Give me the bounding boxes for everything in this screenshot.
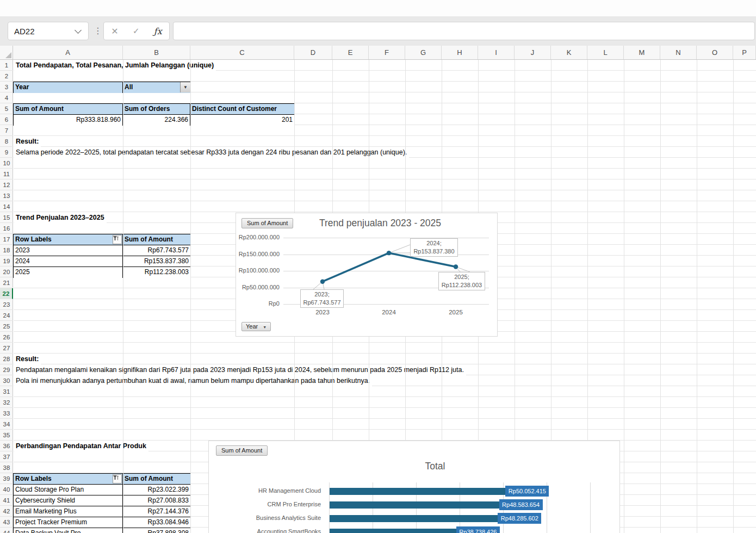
row-header-10[interactable]: 10 [0,158,13,169]
row-header-17[interactable]: 17 [0,234,13,245]
row-header-24[interactable]: 24 [0,310,13,321]
products-header-rowlabels[interactable]: Row Labels [14,474,123,485]
product-row-amount[interactable]: Rp33.084.946 [123,517,190,528]
row-header-40[interactable]: 40 [0,484,13,495]
row-header-37[interactable]: 37 [0,451,13,462]
row-header-14[interactable]: 14 [0,201,13,212]
row-header-22[interactable]: 22 [0,288,13,299]
result1-text[interactable]: Selama periode 2022–2025, total pendapat… [14,147,409,158]
row-header-27[interactable]: 27 [0,343,13,354]
row-header-21[interactable]: 21 [0,277,13,288]
trend-header-rowlabels[interactable]: Row Labels [14,234,123,245]
row-header-41[interactable]: 41 [0,495,13,506]
column-header-O[interactable]: O [697,46,733,59]
line-chart-trend[interactable]: Sum of AmountTrend penjualan 2023 - 2025… [236,213,498,337]
insert-function-icon[interactable]: ƒx [154,26,162,36]
result2-line1[interactable]: Pendapatan mengalami kenaikan signifikan… [14,364,466,375]
bar-chart-products[interactable]: Sum of AmountTotalHR Management CloudRp5… [208,441,620,533]
trend-row-label[interactable]: 2024 [14,256,123,267]
column-header-K[interactable]: K [551,46,587,59]
row-header-11[interactable]: 11 [0,169,13,179]
product-row-label[interactable]: Email Marketing Plus [14,506,123,517]
row-header-29[interactable]: 29 [0,364,13,375]
row-header-20[interactable]: 20 [0,266,13,277]
line-chart-axis-field-button[interactable]: Year ▼ [241,322,271,331]
trend-row-label[interactable]: 2025 [14,267,123,278]
row-header-35[interactable]: 35 [0,430,13,441]
cell-a1-title[interactable]: Total Pendapatan, Total Pesanan, Jumlah … [14,60,216,71]
row-header-6[interactable]: 6 [0,114,13,125]
column-header-N[interactable]: N [660,46,697,59]
filter-field-cell[interactable]: Year [14,82,123,93]
summary-header-customers[interactable]: Distinct Count of Customer [190,104,294,115]
product-row-amount[interactable]: Rp23.022.399 [123,485,190,495]
row-header-36[interactable]: 36 [0,441,13,451]
column-header-D[interactable]: D [294,46,332,59]
row-header-33[interactable]: 33 [0,408,13,419]
summary-header-orders[interactable]: Sum of Orders [123,104,190,115]
row-header-19[interactable]: 19 [0,256,13,266]
trend-row-amount[interactable]: Rp67.743.577 [123,245,190,256]
summary-header-amount[interactable]: Sum of Amount [14,104,123,115]
column-header-P[interactable]: P [733,46,756,59]
products-header-amount[interactable]: Sum of Amount [123,474,190,485]
product-row-label[interactable]: Data Backup Vault Pro [14,528,123,533]
product-row-amount[interactable]: Rp27.008.833 [123,495,190,506]
product-row-label[interactable]: Project Tracker Premium [14,517,123,528]
row-header-4[interactable]: 4 [0,92,13,103]
section2-title[interactable]: Trend Penjualan 2023–2025 [14,212,107,223]
trend-header-amount[interactable]: Sum of Amount [123,234,190,245]
select-all-corner[interactable] [0,46,13,59]
product-row-label[interactable]: Cloud Storage Pro Plan [14,485,123,495]
column-header-E[interactable]: E [332,46,369,59]
trend-row-amount[interactable]: Rp112.238.003 [123,267,190,278]
row-labels-filter-button[interactable] [113,474,122,484]
column-header-J[interactable]: J [515,46,551,59]
row-header-32[interactable]: 32 [0,397,13,408]
row-header-1[interactable]: 1 [0,60,13,71]
column-header-G[interactable]: G [405,46,442,59]
section3-title[interactable]: Perbandingan Pendapatan Antar Produk [14,441,148,451]
column-header-L[interactable]: L [587,46,624,59]
column-header-C[interactable]: C [190,46,294,59]
summary-value-amount[interactable]: Rp333.818.960 [14,115,123,126]
result1-label[interactable]: Result: [14,136,41,147]
name-box-value[interactable]: AD22 [8,27,76,36]
row-header-8[interactable]: 8 [0,136,13,147]
summary-value-orders[interactable]: 224.366 [123,115,190,126]
result2-label[interactable]: Result: [14,354,41,364]
row-header-18[interactable]: 18 [0,245,13,256]
row-header-26[interactable]: 26 [0,332,13,343]
row-header-23[interactable]: 23 [0,299,13,310]
row-header-5[interactable]: 5 [0,103,13,114]
row-header-30[interactable]: 30 [0,375,13,386]
row-header-31[interactable]: 31 [0,386,13,397]
enter-icon[interactable]: ✓ [133,26,140,36]
row-header-3[interactable]: 3 [0,82,13,92]
chevron-down-icon[interactable] [75,27,82,34]
product-row-label[interactable]: Cybersecurity Shield [14,495,123,506]
column-header-F[interactable]: F [369,46,405,59]
row-header-34[interactable]: 34 [0,419,13,430]
name-box[interactable]: AD22 [8,22,89,40]
row-header-25[interactable]: 25 [0,321,13,332]
summary-value-customers[interactable]: 201 [190,115,294,126]
filter-value-cell[interactable]: All ▼ [123,82,190,93]
row-header-2[interactable]: 2 [0,71,13,82]
column-header-I[interactable]: I [478,46,515,59]
row-header-42[interactable]: 42 [0,506,13,517]
column-header-M[interactable]: M [624,46,660,59]
column-header-B[interactable]: B [123,46,190,59]
filter-dropdown-button[interactable]: ▼ [180,82,190,92]
formula-input[interactable] [173,22,755,40]
result2-line2[interactable]: Pola ini menunjukkan adanya pertumbuhan … [14,375,372,386]
row-header-13[interactable]: 13 [0,190,13,201]
row-header-38[interactable]: 38 [0,462,13,473]
row-header-15[interactable]: 15 [0,212,13,223]
column-header-A[interactable]: A [13,46,123,59]
trend-row-amount[interactable]: Rp153.837.380 [123,256,190,267]
row-header-12[interactable]: 12 [0,179,13,190]
trend-row-label[interactable]: 2023 [14,245,123,256]
row-header-16[interactable]: 16 [0,223,13,234]
product-row-amount[interactable]: Rp27.144.376 [123,506,190,517]
